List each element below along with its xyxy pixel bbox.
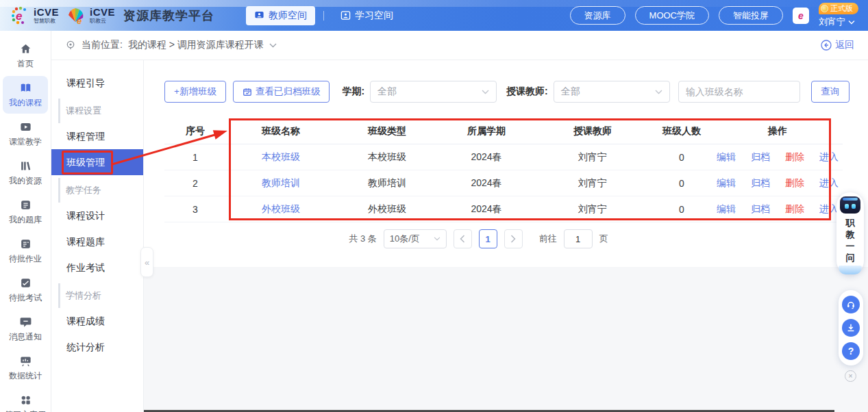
sidebar-label: 我的资源: [9, 175, 42, 187]
submenu-course-question-bank[interactable]: 课程题库: [51, 229, 143, 255]
current-page-button[interactable]: 1: [479, 229, 497, 248]
col-header: 操作: [712, 125, 843, 138]
sidebar-collapse-handle[interactable]: «: [140, 247, 153, 277]
back-button[interactable]: 返回: [821, 39, 854, 51]
username-label: 刘宵宁: [819, 16, 845, 28]
archive-link[interactable]: 归档: [751, 151, 770, 164]
chevron-left-icon: [460, 235, 465, 243]
prev-page-button[interactable]: [454, 229, 472, 248]
sidebar-item-pending-exams[interactable]: 待批考试: [3, 271, 48, 309]
search-button[interactable]: 查询: [811, 81, 850, 103]
delete-link[interactable]: 删除: [785, 151, 804, 164]
teacher-select[interactable]: 全部: [554, 81, 670, 103]
question-bank-icon: [19, 198, 32, 211]
class-name-link[interactable]: 外校班级: [262, 203, 300, 214]
resource-library-button[interactable]: 资源库: [570, 6, 625, 25]
next-page-button[interactable]: [504, 229, 523, 248]
delete-link[interactable]: 删除: [785, 177, 804, 190]
add-class-button[interactable]: +新增班级: [164, 81, 226, 103]
enter-link[interactable]: 进入: [819, 151, 839, 164]
page-size-value: 10条/页: [390, 233, 420, 245]
submenu-class-management[interactable]: 班级管理: [51, 149, 143, 175]
sidebar-item-my-courses[interactable]: 我的课程: [3, 76, 48, 114]
back-label: 返回: [835, 39, 854, 51]
class-management-card: +新增班级 查看已归档班级 学期: 全部 授课教师: 全部: [144, 60, 868, 267]
sidebar-item-notifications[interactable]: 消息通知: [3, 310, 48, 348]
teacher-cell: 刘宵宁: [534, 203, 651, 216]
archive-link[interactable]: 归档: [751, 203, 770, 216]
smart-cast-button[interactable]: 智能投屏: [719, 6, 783, 25]
submenu-section-learning-analysis: 学情分析: [58, 283, 143, 308]
filter-toolbar: +新增班级 查看已归档班级 学期: 全部 授课教师: 全部: [164, 81, 850, 103]
submenu-statistical-analysis[interactable]: 统计分析: [51, 334, 143, 360]
submenu-course-grades[interactable]: 课程成绩: [51, 308, 143, 334]
class-name-link[interactable]: 教师培训: [262, 177, 300, 188]
teacher-select-value: 全部: [561, 86, 580, 98]
chevron-right-icon: [510, 235, 516, 243]
semester-select[interactable]: 全部: [370, 81, 497, 103]
header-right: 资源库 MOOC学院 智能投屏 e 正式版 刘宵宁: [570, 3, 858, 28]
class-name-input[interactable]: [678, 81, 800, 103]
chevron-down-icon: [848, 20, 855, 25]
sidebar-item-question-bank[interactable]: 我的题库: [3, 193, 48, 231]
sidebar-label: 第三方应用: [5, 409, 46, 412]
view-archived-button[interactable]: 查看已归档班级: [233, 81, 330, 103]
class-name-link[interactable]: 本校班级: [262, 151, 300, 162]
homework-list-icon: [19, 237, 32, 250]
sidebar-item-my-resources[interactable]: 我的资源: [3, 154, 48, 192]
user-block: 正式版 刘宵宁: [819, 3, 858, 28]
sidebar-item-classroom-teaching[interactable]: 课堂教学: [3, 115, 48, 153]
learning-space-button[interactable]: 学习空间: [332, 6, 401, 25]
chevron-down-icon[interactable]: [269, 43, 277, 48]
assistant-widget[interactable]: 职教一问: [836, 192, 864, 274]
class-table: 序号 班级名称 班级类型 所属学期 授课教师 班级人数 操作 1 本校班级 本校…: [164, 119, 843, 222]
sidebar-item-third-party-apps[interactable]: 第三方应用: [3, 388, 48, 412]
delete-link[interactable]: 删除: [785, 203, 804, 216]
close-widget-icon[interactable]: ×: [845, 370, 856, 382]
submenu-homework-exam[interactable]: 作业考试: [51, 255, 143, 281]
submenu-section-teaching-tasks: 教学任务: [58, 178, 143, 203]
edit-link[interactable]: 编辑: [717, 203, 736, 216]
sidebar-item-pending-homework[interactable]: 待批作业: [3, 232, 48, 270]
sidebar-label: 数据统计: [9, 370, 42, 382]
main-content: +新增班级 查看已归档班级 学期: 全部 授课教师: 全部: [144, 60, 868, 412]
sidebar-item-data-statistics[interactable]: 数据统计: [3, 349, 48, 387]
app-launcher-icon[interactable]: e: [793, 8, 809, 24]
page-size-select[interactable]: 10条/页: [384, 229, 447, 248]
download-button[interactable]: [842, 319, 860, 337]
sidebar-item-home[interactable]: 首页: [3, 37, 48, 75]
submenu-course-design[interactable]: 课程设计: [51, 203, 143, 229]
total-count-label: 共 3 条: [349, 233, 376, 245]
breadcrumb-path[interactable]: 我的课程 > 调用资源库课程开课: [128, 39, 264, 51]
stats-board-icon: [19, 355, 32, 368]
row-index: 1: [164, 152, 226, 163]
user-menu[interactable]: 刘宵宁: [819, 16, 855, 28]
svg-text:e: e: [77, 16, 82, 26]
space-nav: 教师空间 学习空间: [246, 6, 401, 25]
enter-link[interactable]: 进入: [819, 177, 839, 190]
submenu-course-management[interactable]: 课程管理: [51, 123, 143, 149]
class-type-cell: 教师培训: [336, 177, 438, 190]
edit-link[interactable]: 编辑: [717, 177, 736, 190]
nav-divider: [323, 11, 324, 21]
archive-link[interactable]: 归档: [751, 177, 770, 190]
robot-icon: [840, 196, 860, 214]
customer-service-button[interactable]: [842, 296, 860, 313]
archive-box-icon: [243, 87, 252, 96]
enter-link[interactable]: 进入: [819, 203, 839, 216]
version-badge: 正式版: [819, 3, 858, 14]
mooc-college-button[interactable]: MOOC学院: [635, 6, 709, 25]
icve-zhijiaoyun-logo: e iCVE 职教云: [66, 5, 115, 26]
semester-filter-label: 学期:: [342, 86, 364, 98]
edit-link[interactable]: 编辑: [717, 151, 736, 164]
submenu-course-guide[interactable]: 课程引导: [51, 70, 143, 96]
semester-cell: 2024春: [438, 177, 534, 190]
row-index: 3: [164, 204, 226, 215]
table-row: 2 教师培训 教师培训 2024春 刘宵宁 0 编辑 归档 删除 进入: [164, 170, 843, 196]
help-button[interactable]: ?: [842, 342, 860, 360]
goto-page-input[interactable]: [564, 229, 593, 248]
row-index: 2: [164, 178, 226, 189]
pagination: 共 3 条 10条/页 1 前往 页: [144, 229, 813, 248]
teacher-space-button[interactable]: 教师空间: [246, 6, 315, 25]
learning-space-icon: [340, 10, 351, 21]
